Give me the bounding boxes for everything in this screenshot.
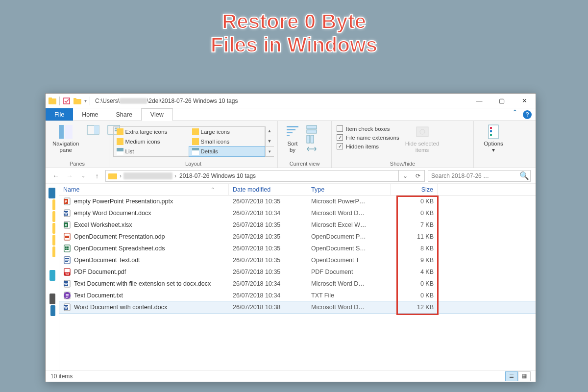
- size-columns-button[interactable]: [306, 145, 317, 153]
- file-row[interactable]: OpenDocument Spreadsheet.ods26/07/2018 1…: [59, 243, 536, 254]
- ribbon-collapse-button[interactable]: ⌃: [508, 108, 522, 121]
- svg-rect-25: [490, 130, 492, 132]
- tab-share[interactable]: Share: [107, 108, 141, 121]
- help-button[interactable]: ?: [523, 110, 532, 119]
- file-date: 26/07/2018 10:35: [229, 269, 307, 275]
- layout-medium-icons[interactable]: Medium icons: [114, 137, 189, 147]
- tab-view[interactable]: View: [141, 108, 173, 121]
- file-size: 4 KB: [391, 269, 438, 275]
- file-row[interactable]: WText Document with file extension set t…: [59, 278, 536, 290]
- svg-text:W: W: [64, 282, 68, 286]
- search-box[interactable]: 🔍: [428, 170, 531, 182]
- breadcrumb-current[interactable]: 2018-07-26 Windows 10 tags: [176, 172, 259, 179]
- file-row[interactable]: Wempty Word Document.docx26/07/2018 10:3…: [59, 207, 536, 219]
- svg-rect-42: [65, 246, 67, 248]
- tab-file[interactable]: File: [46, 108, 73, 121]
- svg-rect-50: [65, 261, 68, 262]
- file-row[interactable]: OpenDocument Presentation.odp26/07/2018 …: [59, 231, 536, 243]
- sort-by-button[interactable]: Sort by: [283, 123, 302, 154]
- forward-button[interactable]: →: [64, 171, 75, 181]
- file-row[interactable]: Text Document.txt26/07/2018 10:34TXT Fil…: [59, 290, 536, 301]
- breadcrumb[interactable]: › › 2018-07-26 Windows 10 tags ⌄ ⟳: [105, 170, 425, 182]
- preview-pane-button[interactable]: [85, 123, 101, 136]
- txt-file-icon: [63, 292, 71, 299]
- maximize-button[interactable]: ▢: [490, 94, 513, 108]
- svg-rect-8: [94, 125, 99, 134]
- breadcrumb-history-button[interactable]: ⌄: [399, 171, 412, 181]
- column-name[interactable]: Name⌃: [59, 184, 229, 195]
- layout-large-icons[interactable]: Large icons: [189, 127, 265, 137]
- close-button[interactable]: ✕: [513, 94, 536, 108]
- ribbon-group-showhide-label: Show/hide: [337, 160, 468, 167]
- titlebar: ▾ C:\Users\\2del\2018-07-26 Windows 10 t…: [46, 94, 536, 108]
- window-title: C:\Users\\2del\2018-07-26 Windows 10 tag…: [93, 98, 468, 104]
- search-icon[interactable]: 🔍: [518, 171, 530, 180]
- qat-newfolder-icon[interactable]: [74, 97, 81, 105]
- svg-rect-14: [287, 129, 295, 130]
- minimize-button[interactable]: —: [468, 94, 490, 108]
- layout-gallery[interactable]: Extra large icons Large icons Medium ico…: [113, 126, 265, 157]
- file-row[interactable]: WWord Document with content.docx26/07/20…: [59, 301, 536, 313]
- tab-home[interactable]: Home: [73, 108, 107, 121]
- back-button[interactable]: ←: [50, 171, 61, 181]
- recent-locations-button[interactable]: ⌄: [78, 171, 89, 181]
- xls-file-icon: X: [63, 221, 71, 229]
- layout-small-icons[interactable]: Small icons: [189, 137, 265, 147]
- file-row[interactable]: Pempty PowerPoint Presentation.pptx26/07…: [59, 196, 536, 207]
- file-row[interactable]: PDFPDF Document.pdf26/07/2018 10:35PDF D…: [59, 266, 536, 278]
- qat-properties-icon[interactable]: [63, 97, 71, 105]
- svg-rect-48: [65, 258, 69, 259]
- up-button[interactable]: ↑: [92, 171, 102, 181]
- file-size: 0 KB: [391, 198, 438, 205]
- search-input[interactable]: [428, 172, 518, 179]
- navigation-pane-button[interactable]: Navigation pane: [50, 123, 81, 154]
- file-name: OpenDocument Text.odt: [74, 257, 140, 264]
- word-file-icon: W: [63, 280, 71, 288]
- layout-more[interactable]: ▾: [266, 147, 274, 157]
- layout-scroll-up[interactable]: ▲: [266, 126, 274, 137]
- ods-file-icon: [63, 245, 71, 252]
- file-type: OpenDocument P…: [307, 233, 391, 240]
- svg-text:PDF: PDF: [65, 272, 70, 275]
- view-details-toggle[interactable]: ☰: [505, 371, 518, 381]
- refresh-button[interactable]: ⟳: [412, 171, 424, 181]
- svg-rect-3: [74, 99, 81, 104]
- svg-rect-26: [490, 134, 492, 136]
- svg-rect-39: [65, 236, 69, 238]
- file-row[interactable]: OpenDocument Text.odt26/07/2018 10:35Ope…: [59, 254, 536, 266]
- odt-file-icon: [63, 256, 71, 264]
- options-button[interactable]: Options▾: [482, 123, 505, 154]
- column-type[interactable]: Type: [307, 184, 391, 195]
- ribbon-group-currentview-label: Current view: [283, 160, 326, 167]
- file-extensions-toggle[interactable]: ✓File name extensions: [337, 134, 399, 141]
- view-thumbnails-toggle[interactable]: ▦: [518, 371, 531, 381]
- file-name: Word Document with content.docx: [74, 304, 167, 311]
- hidden-items-toggle[interactable]: ✓Hidden items: [337, 143, 399, 150]
- add-columns-button[interactable]: [306, 135, 317, 144]
- pdf-file-icon: PDF: [63, 268, 71, 276]
- svg-rect-18: [307, 130, 317, 133]
- file-row[interactable]: XExcel Worksheet.xlsx26/07/2018 10:35Mic…: [59, 219, 536, 231]
- column-date[interactable]: Date modified: [229, 184, 307, 195]
- item-checkboxes-toggle[interactable]: Item check boxes: [337, 125, 399, 132]
- svg-rect-61: [66, 295, 69, 296]
- layout-scroll-down[interactable]: ▼: [266, 136, 274, 147]
- file-name: Excel Worksheet.xlsx: [74, 221, 132, 228]
- ribbon-group-layout-label: Layout: [114, 160, 272, 167]
- layout-details[interactable]: Details: [189, 146, 265, 157]
- file-date: 26/07/2018 10:35: [229, 257, 307, 264]
- svg-rect-44: [65, 248, 67, 250]
- file-date: 26/07/2018 10:38: [229, 304, 307, 311]
- group-by-button[interactable]: [306, 125, 317, 134]
- hide-selected-button: Hide selected items: [403, 123, 441, 154]
- item-count: 10 items: [50, 373, 73, 380]
- nav-pane[interactable]: [46, 184, 59, 370]
- layout-list[interactable]: List: [114, 147, 189, 156]
- file-type: Microsoft Excel W…: [307, 221, 391, 228]
- svg-rect-4: [74, 98, 76, 99]
- column-headers: Name⌃ Date modified Type Size: [59, 184, 536, 196]
- layout-extra-large-icons[interactable]: Extra large icons: [114, 127, 189, 137]
- column-size[interactable]: Size: [391, 184, 438, 195]
- file-date: 26/07/2018 10:35: [229, 245, 307, 252]
- ppt-file-icon: P: [63, 197, 71, 205]
